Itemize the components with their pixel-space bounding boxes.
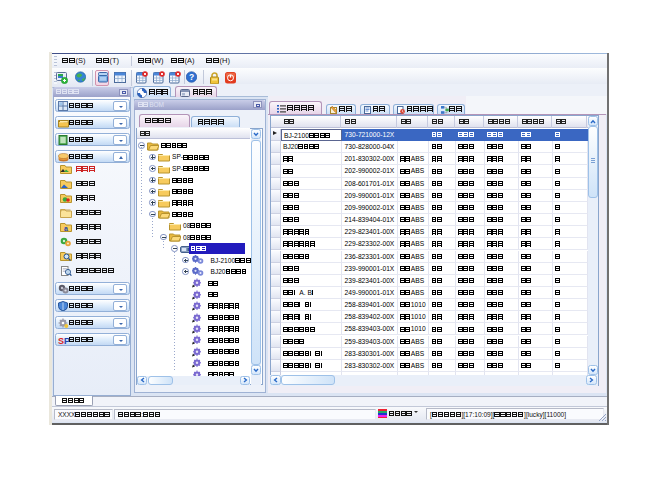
svg-text:a: a xyxy=(64,225,68,232)
svg-text:?: ? xyxy=(189,72,194,82)
